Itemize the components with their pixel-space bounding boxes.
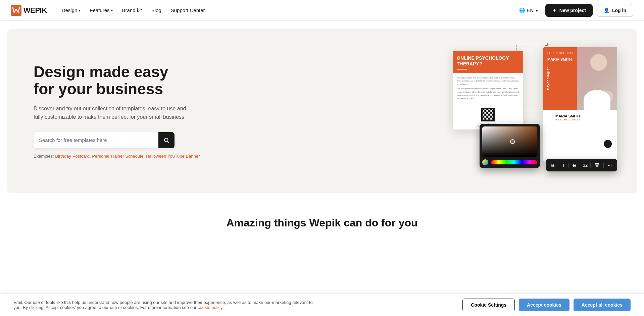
psychologist-card-side: Psychologist <box>543 47 553 110</box>
amazing-title: Amazing things Wepik can do for you <box>13 217 631 229</box>
chevron-down-icon: ▾ <box>79 9 80 12</box>
color-picker[interactable] <box>480 124 540 168</box>
chevron-down-icon: ▾ <box>536 8 538 13</box>
person-role: PSYCHOLOGIST <box>555 118 613 121</box>
example-link-trainer[interactable]: Personal Trainer Schedule <box>92 154 143 159</box>
hero-illustration: ONLINE PSYCHOLOGY THERAPY? The origins o… <box>436 29 637 193</box>
hero-title: Design made easy for your business <box>34 63 200 97</box>
svg-rect-0 <box>11 5 21 16</box>
toolbar-divider <box>603 163 604 168</box>
toolbar-divider <box>568 163 569 168</box>
search-input[interactable] <box>34 133 158 148</box>
bold-button[interactable]: B <box>550 162 556 169</box>
examples-text: Examples: Birthday Postcard, Personal Tr… <box>34 154 200 159</box>
globe-icon: 🌐 <box>519 8 525 13</box>
logo[interactable]: WEPIK <box>11 5 47 16</box>
toolbar-divider <box>559 163 559 168</box>
nav-brand-kit[interactable]: Brand kit <box>118 5 146 15</box>
chevron-down-icon: ▾ <box>111 9 113 12</box>
example-link-birthday[interactable]: Birthday Postcard <box>55 154 90 159</box>
big-letter: P <box>596 87 614 113</box>
accent-bar <box>457 69 467 70</box>
nav-design[interactable]: Design ▾ <box>58 5 85 15</box>
person-head <box>590 54 607 71</box>
amazing-section: Amazing things Wepik can do for you <box>0 193 644 243</box>
user-icon: 👤 <box>604 8 609 13</box>
recording-label: FOR RECORDING <box>547 51 573 55</box>
search-icon <box>163 137 169 143</box>
hero-cards: ONLINE PSYCHOLOGY THERAPY? The origins o… <box>453 41 621 181</box>
text-format-toolbar: B I S 32 ··· <box>546 159 617 171</box>
font-size-value: 32 <box>583 163 588 168</box>
svg-line-2 <box>167 141 168 142</box>
psych-body-text2: The recognition of constellations has ch… <box>457 87 519 100</box>
psych-card-header: ONLINE PSYCHOLOGY THERAPY? <box>453 51 523 73</box>
search-bar <box>34 132 175 148</box>
hero-content: Design made easy for your business Disco… <box>7 43 227 178</box>
wepik-logo-icon <box>11 5 21 16</box>
toolbar-divider <box>590 163 591 168</box>
navbar: WEPIK Design ▾ Features ▾ Brand kit Blog… <box>0 0 644 21</box>
psych-card-title: ONLINE PSYCHOLOGY THERAPY? <box>457 55 519 67</box>
color-preview <box>482 159 488 165</box>
logo-text: WEPIK <box>23 6 47 15</box>
login-button[interactable]: 👤 Log in <box>597 4 633 17</box>
psych-card-body: The origins of the first constellations … <box>453 73 523 104</box>
example-link-halloween[interactable]: Halloween YouTube Banner <box>146 154 200 159</box>
psychologist-card: Psychologist FOR RECORDING MARIA SMITH P… <box>543 47 617 161</box>
color-gradient[interactable] <box>482 126 537 157</box>
resize-handle-top-right <box>545 43 548 46</box>
strikethrough-button[interactable]: S <box>572 162 577 169</box>
hero-subtitle: Discover and try out our collection of t… <box>34 104 188 121</box>
plus-icon: ＋ <box>552 7 557 13</box>
hue-slider[interactable] <box>491 160 537 164</box>
nav-support[interactable]: Support Center <box>167 5 209 15</box>
nav-blog[interactable]: Blog <box>147 5 165 15</box>
qr-code <box>481 108 495 121</box>
psych-body-text1: The origins of the first constellations … <box>457 76 519 86</box>
color-cursor[interactable] <box>510 139 515 144</box>
nav-features[interactable]: Features ▾ <box>86 5 116 15</box>
psychologist-card-top: Psychologist FOR RECORDING MARIA SMITH P <box>543 47 617 110</box>
toolbar-divider <box>580 163 580 168</box>
italic-button[interactable]: I <box>562 162 566 169</box>
hue-slider-row <box>482 159 537 165</box>
delete-button[interactable] <box>593 162 601 169</box>
card-name: MARIA SMITH <box>547 57 572 61</box>
side-label: Psychologist <box>546 67 550 90</box>
more-options-button[interactable]: ··· <box>606 162 613 169</box>
nav-menu: Design ▾ Features ▾ Brand kit Blog Suppo… <box>58 5 516 15</box>
avatar-circle <box>604 140 612 148</box>
navbar-actions: 🌐 EN ▾ ＋ New project 👤 Log in <box>516 4 633 17</box>
psychology-card: ONLINE PSYCHOLOGY THERAPY? The origins o… <box>453 51 523 129</box>
language-selector[interactable]: 🌐 EN ▾ <box>516 6 541 15</box>
search-button[interactable] <box>158 132 175 148</box>
new-project-button[interactable]: ＋ New project <box>545 4 593 17</box>
hero-section: Design made easy for your business Disco… <box>7 29 637 193</box>
